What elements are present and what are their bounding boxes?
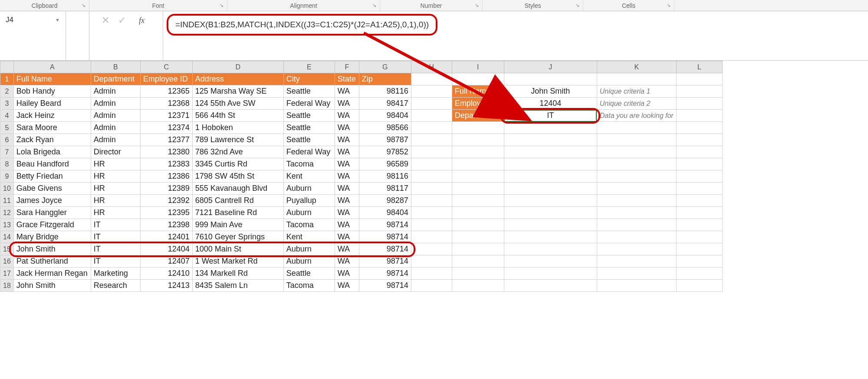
cell-zip[interactable]: 98404 <box>359 207 411 219</box>
row-header[interactable]: 17 <box>0 268 14 280</box>
cell-employeeid[interactable]: 12410 <box>140 268 192 280</box>
cell[interactable] <box>676 280 722 292</box>
cell-zip[interactable]: 98714 <box>359 268 411 280</box>
cell-city[interactable]: Auburn <box>283 183 335 195</box>
select-all-corner[interactable] <box>0 61 14 73</box>
row-header[interactable]: 6 <box>0 134 14 146</box>
cell-state[interactable]: WA <box>335 98 359 110</box>
cell[interactable] <box>676 268 722 280</box>
table-row[interactable]: 17Jack Herman ReganMarketing12410134 Mar… <box>0 268 723 280</box>
cell-city[interactable]: Kent <box>283 170 335 183</box>
cell-state[interactable]: WA <box>335 146 359 158</box>
cell[interactable] <box>597 195 676 207</box>
cell-city[interactable]: Seattle <box>283 268 335 280</box>
cell[interactable] <box>411 195 452 207</box>
cell[interactable] <box>597 268 676 280</box>
row-header[interactable]: 4 <box>0 110 14 122</box>
cell[interactable] <box>676 122 722 134</box>
cell[interactable] <box>411 158 452 170</box>
cell-fullname[interactable]: Lola Brigeda <box>13 146 91 158</box>
table-row[interactable]: 4Jack HeinzAdmin12371566 44th StSeattleW… <box>0 110 723 122</box>
table-header-F[interactable]: State <box>335 73 359 85</box>
cell-zip[interactable]: 98566 <box>359 122 411 134</box>
cell-zip[interactable]: 98404 <box>359 110 411 122</box>
cancel-icon[interactable]: ✕ <box>102 16 109 25</box>
cell[interactable] <box>597 219 676 231</box>
table-row[interactable]: 11James JoyceHR123926805 Cantrell RdPuya… <box>0 195 723 207</box>
cell-address[interactable]: 124 55th Ave SW <box>192 98 283 110</box>
cell[interactable] <box>676 219 722 231</box>
cell-department[interactable]: HR <box>91 195 140 207</box>
cell[interactable] <box>676 243 722 255</box>
cell-employeeid[interactable]: 12398 <box>140 219 192 231</box>
cell-zip[interactable]: 98714 <box>359 280 411 292</box>
cell-fullname[interactable]: James Joyce <box>13 195 91 207</box>
cell[interactable] <box>504 195 597 207</box>
cell-fullname[interactable]: Hailey Beard <box>13 98 91 110</box>
cell-employeeid[interactable]: 12392 <box>140 195 192 207</box>
cell-state[interactable]: WA <box>335 158 359 170</box>
cell-fullname[interactable]: Mary Bridge <box>13 231 91 243</box>
cell[interactable] <box>597 170 676 183</box>
cell-fullname[interactable]: Pat Sutherland <box>13 255 91 268</box>
cell-employeeid[interactable]: 12401 <box>140 231 192 243</box>
cell-zip[interactable]: 98116 <box>359 85 411 98</box>
enter-icon[interactable]: ✓ <box>118 16 126 25</box>
cell[interactable] <box>504 243 597 255</box>
cell-zip[interactable]: 98117 <box>359 183 411 195</box>
column-header-G[interactable]: G <box>359 61 411 73</box>
cell-state[interactable]: WA <box>335 85 359 98</box>
cell-city[interactable]: Seattle <box>283 110 335 122</box>
cell[interactable] <box>676 195 722 207</box>
cell[interactable] <box>411 280 452 292</box>
cell-employeeid[interactable]: 12389 <box>140 183 192 195</box>
column-header-E[interactable]: E <box>283 61 335 73</box>
cell[interactable] <box>411 134 452 146</box>
cell[interactable] <box>504 170 597 183</box>
cell[interactable] <box>452 146 504 158</box>
cell[interactable] <box>411 183 452 195</box>
row-header[interactable]: 3 <box>0 98 14 110</box>
cell[interactable] <box>676 231 722 243</box>
column-header-H[interactable]: H <box>411 61 452 73</box>
table-header-E[interactable]: City <box>283 73 335 85</box>
table-header-G[interactable]: Zip <box>359 73 411 85</box>
cell-zip[interactable]: 98714 <box>359 255 411 268</box>
dialog-launcher-icon[interactable]: ↘ <box>80 3 86 9</box>
cell[interactable] <box>452 255 504 268</box>
cell[interactable] <box>504 268 597 280</box>
cell[interactable] <box>452 170 504 183</box>
cell-address[interactable]: 134 Markell Rd <box>192 268 283 280</box>
cell-fullname[interactable]: Zack Ryan <box>13 134 91 146</box>
cell[interactable] <box>676 85 722 98</box>
table-header-B[interactable]: Department <box>91 73 140 85</box>
table-row[interactable]: 10Gabe GivensHR12389555 Kavanaugh BlvdAu… <box>0 183 723 195</box>
column-header-B[interactable]: B <box>91 61 140 73</box>
cell-address[interactable]: 566 44th St <box>192 110 283 122</box>
cell-address[interactable]: 1 Hoboken <box>192 122 283 134</box>
cell[interactable] <box>676 98 722 110</box>
table-row[interactable]: 2Bob HandyAdmin12365125 Marsha Way SESea… <box>0 85 723 98</box>
cell[interactable] <box>597 231 676 243</box>
cell-city[interactable]: Tacoma <box>283 219 335 231</box>
cell-city[interactable]: Puyallup <box>283 195 335 207</box>
table-row[interactable]: 13Grace FitzgeraldIT12398999 Main AveTac… <box>0 219 723 231</box>
cell-city[interactable]: Tacoma <box>283 158 335 170</box>
cell[interactable] <box>452 207 504 219</box>
cell[interactable] <box>504 219 597 231</box>
cell-department[interactable]: IT <box>91 219 140 231</box>
cell-address[interactable]: 7121 Baseline Rd <box>192 207 283 219</box>
cell-address[interactable]: 6805 Cantrell Rd <box>192 195 283 207</box>
cell[interactable] <box>411 243 452 255</box>
cell[interactable] <box>411 73 452 85</box>
cell-state[interactable]: WA <box>335 243 359 255</box>
cell[interactable] <box>676 146 722 158</box>
name-box[interactable]: J4 ▼ <box>0 11 66 60</box>
cell[interactable] <box>411 110 452 122</box>
row-header[interactable]: 5 <box>0 122 14 134</box>
cell-address[interactable]: 1 West Market Rd <box>192 255 283 268</box>
dropdown-icon[interactable]: ▼ <box>55 17 62 23</box>
cell-fullname[interactable]: John Smith <box>13 280 91 292</box>
cell[interactable] <box>452 231 504 243</box>
cell-state[interactable]: WA <box>335 134 359 146</box>
